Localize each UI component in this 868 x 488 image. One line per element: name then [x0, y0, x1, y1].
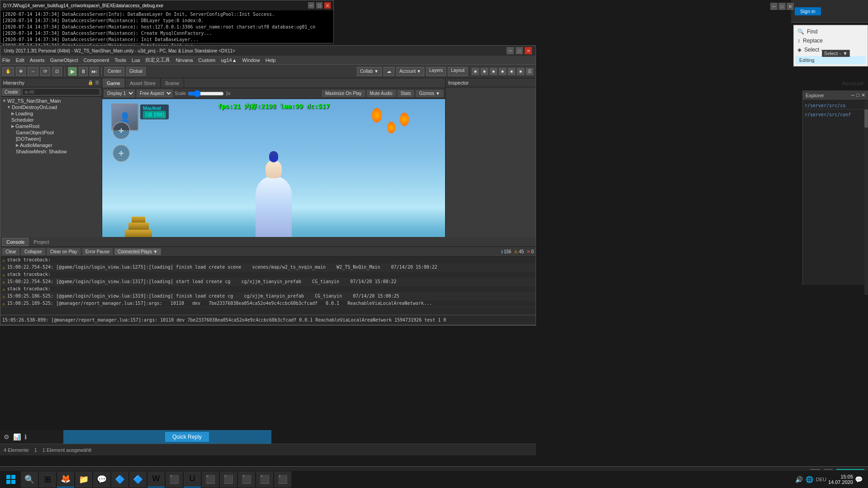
toolbar-pause-btn[interactable]: ⏸	[79, 67, 88, 76]
taskbar-app1-btn[interactable]: ⬛	[166, 471, 183, 488]
taskbar-word-btn[interactable]: W	[147, 471, 165, 488]
menu-component[interactable]: Component	[83, 57, 109, 63]
toolbar-collab-btn[interactable]: Collab ▼	[357, 67, 382, 76]
toolbar-play-btn[interactable]: ▶	[68, 67, 77, 76]
toolbar-global-btn[interactable]: Global	[126, 67, 146, 76]
signin-btn[interactable]: Sign in	[795, 7, 821, 15]
menu-edit[interactable]: Edit	[16, 57, 24, 63]
cmd-maximize-btn[interactable]: □	[316, 2, 323, 9]
hierarchy-search-input[interactable]	[22, 88, 100, 95]
menu-custom-tools[interactable]: 自定义工具	[145, 57, 170, 63]
taskbar-network-icon[interactable]: 🌐	[806, 476, 813, 483]
taskbar-notification-icon[interactable]: 💬	[855, 476, 863, 483]
menu-help[interactable]: Help	[266, 57, 276, 63]
taskbar-start-btn[interactable]	[2, 471, 20, 488]
chart-icon[interactable]: 📊	[13, 433, 21, 441]
tab-project[interactable]: Project	[29, 238, 53, 246]
toolbar-layout-btn[interactable]: Layout	[448, 67, 468, 76]
taskbar-search-btn[interactable]: 🔍	[21, 471, 38, 488]
game-scale-slider[interactable]	[188, 90, 224, 97]
taskbar-vs2-btn[interactable]: 🔷	[129, 471, 147, 488]
find-panel-item[interactable]: 🔍 Find	[796, 27, 866, 36]
info-icon[interactable]: ℹ	[24, 433, 27, 441]
quick-reply-btn[interactable]: Quick Reply	[165, 432, 209, 442]
toolbar-layers-btn[interactable]: Layers	[426, 67, 446, 76]
hierarchy-create-btn[interactable]: Create	[2, 89, 20, 95]
game-aspect-select[interactable]: Free Aspect	[137, 90, 173, 97]
unity-icon-5[interactable]: ■	[508, 67, 516, 76]
vscode-max-btn[interactable]: □	[856, 92, 859, 98]
hier-item-shadowmesh[interactable]: ShadowMesh: Shadow	[0, 148, 102, 155]
menu-tools[interactable]: Tools	[114, 57, 126, 63]
hier-item-dotween[interactable]: [DOTween]	[0, 136, 102, 142]
hierarchy-menu-icon[interactable]: ☰	[95, 80, 99, 85]
taskbar-app2-btn[interactable]: ⬛	[202, 471, 219, 488]
hier-item-scene[interactable]: ▼ W2_TS_NanShan_Main	[0, 98, 102, 104]
hier-item-loading[interactable]: ▶ Loading	[0, 110, 102, 117]
menu-gameobject[interactable]: GameObject	[50, 57, 78, 63]
menu-ug14[interactable]: ug14▲	[221, 57, 237, 63]
menu-assets[interactable]: Assets	[30, 57, 45, 63]
console-clear-btn[interactable]: Clear	[2, 248, 19, 255]
taskbar-discord-btn[interactable]: 💬	[93, 471, 110, 488]
game-mute-btn[interactable]: Mute Audio	[367, 90, 396, 97]
menu-file[interactable]: File	[2, 57, 10, 63]
toolbar-scale-tool[interactable]: ⟳	[40, 67, 50, 76]
vscode-min-btn[interactable]: ─	[851, 92, 855, 98]
cmd-minimize-btn[interactable]: ─	[308, 2, 314, 9]
unity-icon-4[interactable]: ■	[498, 67, 507, 76]
taskbar-task-view-btn[interactable]: ⊞	[39, 471, 56, 488]
toolbar-move-tool[interactable]: ✥	[16, 67, 26, 76]
settings-icon[interactable]: ⚙	[4, 433, 9, 441]
toolbar-hand-tool[interactable]: ✋	[2, 67, 14, 76]
taskbar-app5-btn[interactable]: ⬛	[256, 471, 273, 488]
hier-item-audiomanager[interactable]: ▶ AudioManager	[0, 142, 102, 148]
hier-item-gameroot[interactable]: ▶ GameRoot	[0, 123, 102, 129]
taskbar-app4-btn[interactable]: ⬛	[238, 471, 255, 488]
taskbar-vs-btn[interactable]: 🔷	[111, 471, 128, 488]
hier-item-scheduler[interactable]: Scheduler	[0, 117, 102, 123]
toolbar-center-btn[interactable]: Center	[104, 67, 124, 76]
tab-scene[interactable]: Scene	[161, 78, 184, 88]
select-dropdown[interactable]: Select - ▼	[822, 50, 850, 57]
tab-console[interactable]: Console	[2, 238, 28, 246]
hier-item-gameobjectpool[interactable]: GameObjectPool	[0, 129, 102, 136]
hierarchy-lock-icon[interactable]: 🔒	[88, 80, 93, 85]
taskbar-app6-btn[interactable]: ⬛	[274, 471, 291, 488]
toolbar-step-btn[interactable]: ⏭	[90, 67, 99, 76]
menu-nirvana[interactable]: Nirvana	[175, 57, 193, 63]
game-maximize-btn[interactable]: Maximize On Play	[322, 90, 365, 97]
game-stats-btn[interactable]: Stats	[398, 90, 414, 97]
unity-minimize-btn[interactable]: ─	[507, 47, 514, 54]
tab-game[interactable]: Game	[102, 78, 125, 88]
top-maximize-btn[interactable]: □	[778, 3, 786, 10]
unity-maximize-btn[interactable]: □	[516, 47, 523, 54]
replace-panel-item[interactable]: ↕ Replace	[796, 36, 866, 45]
taskbar-firefox-btn[interactable]: 🦊	[57, 471, 74, 488]
console-error-pause-btn[interactable]: Error Pause	[82, 248, 113, 255]
hier-item-dontdestroy[interactable]: ▼ DontDestroyOnLoad	[0, 104, 102, 110]
toolbar-rotate-tool[interactable]: ↔	[28, 67, 38, 76]
vscode-scrollbar-thumb[interactable]	[864, 109, 868, 128]
vscode-scrollbar[interactable]	[864, 100, 868, 295]
console-connected-btn[interactable]: Connected Plays ▼	[114, 248, 161, 255]
toolbar-account-btn[interactable]: Account ▼	[396, 67, 424, 76]
unity-icon-2[interactable]: ■	[480, 67, 489, 76]
toolbar-rect-tool[interactable]: ⊡	[52, 67, 62, 76]
taskbar-unity-btn[interactable]: U	[184, 471, 201, 488]
toolbar-cloud-btn[interactable]: ☁	[384, 67, 394, 76]
vscode-close-btn[interactable]: ✕	[861, 92, 865, 98]
menu-lua[interactable]: Lua	[132, 57, 140, 63]
top-minimize-btn[interactable]: ─	[770, 3, 778, 10]
unity-icon-1[interactable]: ■	[471, 67, 479, 76]
taskbar-sound-icon[interactable]: 🔊	[795, 476, 803, 483]
top-close-btn[interactable]: ✕	[787, 3, 794, 10]
taskbar-explorer-btn[interactable]: 📁	[75, 471, 92, 488]
cmd-close-btn[interactable]: ✕	[324, 2, 331, 9]
unity-close-btn[interactable]: ✕	[525, 47, 532, 54]
unity-icon-6[interactable]: ■	[517, 67, 525, 76]
menu-window[interactable]: Window	[242, 57, 260, 63]
console-collapse-btn[interactable]: Collapse	[21, 248, 45, 255]
unity-icon-3[interactable]: ■	[489, 67, 498, 76]
unity-icon-7[interactable]: ☰	[526, 67, 534, 76]
